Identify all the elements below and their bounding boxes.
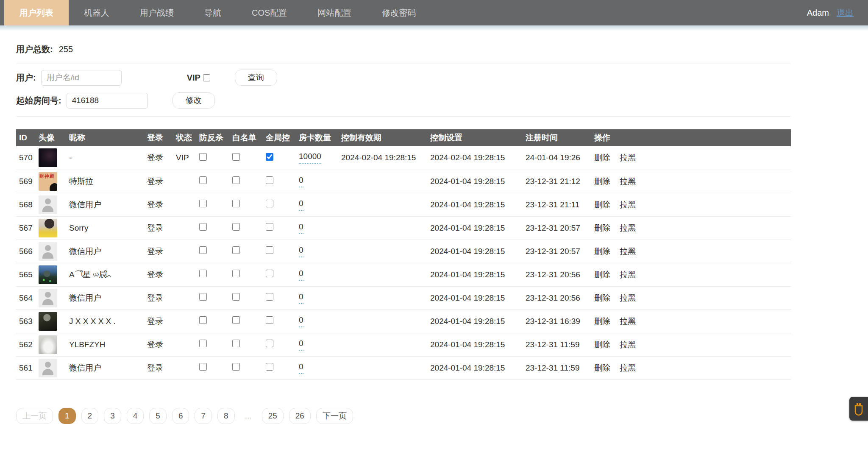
global-control-checkbox[interactable] [266,270,273,277]
delete-link[interactable]: 删除 [594,247,610,256]
whitelist-checkbox[interactable] [232,153,240,161]
antikill-checkbox[interactable] [199,270,207,277]
room-cards-value[interactable]: 0 [299,292,303,304]
next-page-button[interactable]: 下一页 [316,408,353,424]
global-control-checkbox-cell [263,146,296,170]
page-button-1[interactable]: 1 [58,408,76,424]
blacklist-link[interactable]: 拉黑 [620,317,636,326]
nav-tab-用户列表[interactable]: 用户列表 [4,0,69,25]
nav-tab-用户战绩[interactable]: 用户战绩 [125,0,189,25]
login-link[interactable]: 登录 [147,293,163,302]
delete-link[interactable]: 删除 [594,363,610,372]
global-control-checkbox[interactable] [266,340,273,347]
room-cards-value[interactable]: 0 [299,245,303,257]
blacklist-link[interactable]: 拉黑 [620,177,636,186]
delete-link[interactable]: 删除 [594,177,610,186]
global-control-checkbox[interactable] [266,200,273,207]
whitelist-checkbox[interactable] [232,246,240,254]
page-button-5[interactable]: 5 [149,408,167,424]
page-button-26[interactable]: 26 [289,408,311,424]
blacklist-link[interactable]: 拉黑 [620,363,636,372]
nav-tab-COS配置[interactable]: COS配置 [236,0,302,25]
whitelist-checkbox[interactable] [232,293,240,301]
blacklist-link[interactable]: 拉黑 [620,293,636,302]
delete-link[interactable]: 删除 [594,270,610,279]
antikill-checkbox[interactable] [199,223,207,231]
whitelist-checkbox[interactable] [232,363,240,371]
room-cards-value[interactable]: 0 [299,315,303,327]
login-link[interactable]: 登录 [147,200,163,209]
antikill-checkbox[interactable] [199,246,207,254]
page-button-6[interactable]: 6 [172,408,189,424]
delete-link[interactable]: 删除 [594,200,610,209]
room-cards-value[interactable]: 10000 [299,152,321,164]
query-button[interactable]: 查询 [235,70,277,86]
whitelist-checkbox[interactable] [232,176,240,184]
status-cell [173,170,196,193]
page-button-4[interactable]: 4 [127,408,144,424]
delete-link[interactable]: 删除 [594,317,610,326]
room-cards-value[interactable]: 0 [299,199,303,211]
vip-checkbox[interactable] [203,74,210,81]
antikill-checkbox[interactable] [199,153,207,161]
room-cards-value[interactable]: 0 [299,339,303,351]
login-link[interactable]: 登录 [147,317,163,326]
antikill-checkbox[interactable] [199,200,207,207]
antikill-checkbox[interactable] [199,176,207,184]
delete-link[interactable]: 删除 [594,293,610,302]
page-button-3[interactable]: 3 [104,408,121,424]
global-control-checkbox[interactable] [266,176,273,184]
extension-widget[interactable] [849,397,868,421]
page-button-8[interactable]: 8 [217,408,235,424]
whitelist-checkbox[interactable] [232,223,240,231]
page-button-25[interactable]: 25 [262,408,284,424]
nav-tab-修改密码[interactable]: 修改密码 [367,0,431,25]
global-control-checkbox[interactable] [266,153,273,161]
delete-link[interactable]: 删除 [594,223,610,232]
nav-tab-机器人[interactable]: 机器人 [69,0,125,25]
delete-link[interactable]: 删除 [594,340,610,349]
login-link[interactable]: 登录 [147,247,163,256]
global-control-checkbox[interactable] [266,223,273,231]
antikill-checkbox[interactable] [199,316,207,324]
blacklist-link[interactable]: 拉黑 [620,223,636,232]
antikill-checkbox[interactable] [199,363,207,371]
antikill-checkbox[interactable] [199,340,207,347]
login-link[interactable]: 登录 [147,340,163,349]
nav-tab-网站配置[interactable]: 网站配置 [302,0,367,25]
page-button-2[interactable]: 2 [81,408,99,424]
global-control-checkbox[interactable] [266,293,273,301]
whitelist-checkbox[interactable] [232,316,240,324]
room-cards-value[interactable]: 0 [299,362,303,374]
delete-link[interactable]: 删除 [594,153,610,162]
blacklist-link[interactable]: 拉黑 [620,340,636,349]
login-link[interactable]: 登录 [147,363,163,372]
login-link[interactable]: 登录 [147,153,163,162]
modify-button[interactable]: 修改 [172,92,215,109]
room-cards-value[interactable]: 0 [299,269,303,281]
global-control-checkbox[interactable] [266,316,273,324]
blacklist-link[interactable]: 拉黑 [620,200,636,209]
nav-tab-导航[interactable]: 导航 [189,0,236,25]
column-header-登录: 登录 [144,129,173,146]
search-input[interactable] [41,70,122,86]
whitelist-checkbox[interactable] [232,200,240,207]
logout-link[interactable]: 退出 [837,7,854,19]
blacklist-link[interactable]: 拉黑 [620,153,636,162]
blacklist-link[interactable]: 拉黑 [620,270,636,279]
global-control-checkbox[interactable] [266,363,273,371]
login-link[interactable]: 登录 [147,270,163,279]
blacklist-link[interactable]: 拉黑 [620,247,636,256]
login-link[interactable]: 登录 [147,177,163,186]
login-link[interactable]: 登录 [147,223,163,232]
whitelist-checkbox[interactable] [232,340,240,347]
page-button-7[interactable]: 7 [195,408,212,424]
whitelist-checkbox[interactable] [232,270,240,277]
room-cards-value[interactable]: 0 [299,222,303,234]
antikill-checkbox[interactable] [199,293,207,301]
global-control-checkbox[interactable] [266,246,273,254]
column-header-防反杀: 防反杀 [196,129,229,146]
room-cards-value[interactable]: 0 [299,176,303,187]
actions-cell: 删除拉黑 [591,310,791,333]
room-number-input[interactable] [67,93,148,109]
